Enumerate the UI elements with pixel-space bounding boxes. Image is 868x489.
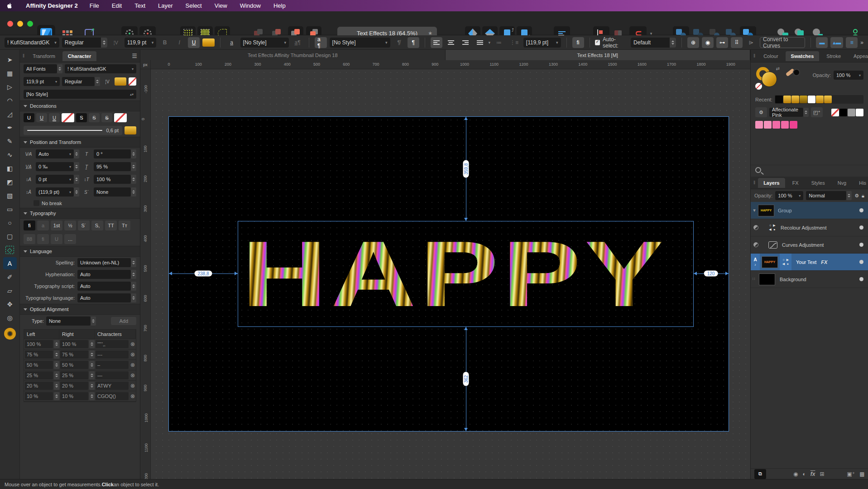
panel-grip[interactable]: ‖: [23, 53, 24, 58]
update-style-icon[interactable]: a̲¶: [292, 37, 303, 48]
pen-tool[interactable]: ✒: [3, 121, 17, 134]
position-field-stepper[interactable]: [74, 149, 79, 158]
tab-layers[interactable]: Layers: [758, 178, 785, 188]
measure-tool[interactable]: ▱: [3, 284, 17, 297]
character-style-select[interactable]: [No Style]▾: [240, 38, 289, 48]
show-special-characters-button[interactable]: ¶: [408, 37, 419, 48]
panel-grip[interactable]: ‖: [753, 53, 755, 58]
menu-file[interactable]: File: [90, 2, 99, 9]
layer-row-text[interactable]: A› HAPPY ○▶◀● Your Text FX: [751, 254, 868, 271]
palette-stepper[interactable]: [803, 108, 809, 117]
fx-badge[interactable]: FX: [821, 259, 827, 265]
optical-right-value[interactable]: 75 %: [60, 350, 88, 359]
tab-character[interactable]: Character: [62, 51, 96, 61]
ligatures-button[interactable]: fi: [572, 37, 584, 48]
node-tool[interactable]: ▷: [3, 81, 17, 93]
visibility-dot[interactable]: [859, 260, 863, 264]
layer-row-adjustment[interactable]: ○▶◀● Recolour Adjustment: [751, 219, 868, 236]
text-colour-swatch[interactable]: [202, 38, 215, 47]
auto-select-checkbox[interactable]: [595, 40, 600, 45]
position-field[interactable]: Auto▾: [36, 149, 74, 158]
recent-swatch[interactable]: [800, 96, 807, 103]
view-tool[interactable]: ✥: [3, 298, 17, 310]
typography-½-button[interactable]: ½: [64, 221, 76, 230]
optical-chars-value[interactable]: “”‘’‚,: [96, 340, 129, 348]
menu-layer[interactable]: Layer: [158, 2, 173, 9]
panel-font-weight-stepper[interactable]: [95, 77, 100, 86]
decoration-u-button[interactable]: U: [49, 113, 60, 122]
decoration-colour-swatch[interactable]: [125, 126, 136, 134]
tab-swatches[interactable]: Swatches: [786, 51, 820, 61]
rounded-rectangle-tool[interactable]: ▢: [3, 230, 17, 242]
align-right-button[interactable]: [460, 37, 471, 48]
document-page[interactable]: HAPPY: [169, 117, 729, 431]
align-horizontal-button[interactable]: ▬: [816, 37, 828, 48]
optical-chars-value[interactable]: ---: [96, 350, 129, 359]
none-well[interactable]: [755, 83, 762, 90]
fill-colour-swatch[interactable]: [115, 77, 126, 86]
swap-fill-stroke-icon[interactable]: ⇄: [776, 66, 780, 71]
layer-name[interactable]: Your Text: [796, 259, 816, 265]
optical-left-value[interactable]: 50 %: [25, 361, 53, 369]
align-center-button[interactable]: [445, 37, 457, 48]
text-object-selection[interactable]: HAPPY: [238, 221, 694, 327]
greyscale-swatch[interactable]: [831, 109, 839, 116]
edit-all-layers-button[interactable]: ⊶: [716, 37, 728, 48]
recent-swatch[interactable]: [791, 96, 799, 103]
justification-dropdown[interactable]: ▾: [489, 40, 491, 45]
vector-brush-tool[interactable]: ∿: [3, 149, 17, 161]
position-field2[interactable]: 0 °: [94, 149, 131, 158]
bullet-list-button[interactable]: ≔: [493, 37, 505, 48]
panel-font-weight-select[interactable]: Regular: [62, 77, 95, 86]
decoration-u-button[interactable]: U: [24, 113, 34, 122]
position-field2[interactable]: 95 %: [94, 162, 131, 171]
detach-style-icon[interactable]: ¶̸: [393, 37, 405, 48]
tab-his[interactable]: His: [854, 178, 868, 188]
menu-text[interactable]: Text: [134, 2, 145, 9]
typography-Tᴛ-button[interactable]: Tᴛ: [119, 221, 130, 230]
optical-delete-icon[interactable]: ⊗: [130, 383, 135, 389]
adjustment-visibility-icon[interactable]: [753, 242, 758, 247]
menu-view[interactable]: View: [215, 2, 227, 9]
visibility-dot[interactable]: [859, 243, 863, 247]
swatches-opacity-select[interactable]: 100 %▾: [834, 71, 863, 80]
ellipse-tool[interactable]: ○: [3, 216, 17, 229]
add-swatch-icon[interactable]: ◰⁺: [811, 107, 823, 117]
crop-tool[interactable]: ▧: [3, 189, 17, 201]
optical-right-stepper[interactable]: [89, 392, 95, 400]
layer-panel-mode-icon[interactable]: ⧉: [754, 469, 766, 479]
language-row-stepper[interactable]: [131, 270, 136, 279]
optical-right-value[interactable]: 25 %: [60, 371, 88, 379]
transparency-tool[interactable]: ◩: [3, 176, 17, 188]
typography-S,-button[interactable]: S,: [91, 221, 103, 230]
decoration-none-swatch[interactable]: [114, 113, 127, 122]
swatch-search-icon[interactable]: [755, 167, 761, 173]
layer-row-background[interactable]: ∷ Background: [751, 271, 868, 288]
font-size-select[interactable]: 119,9 pt▾: [125, 38, 156, 48]
tab-stroke[interactable]: Stroke: [821, 51, 846, 61]
language-row-stepper[interactable]: [131, 258, 136, 267]
picked-colour-well[interactable]: [793, 69, 800, 76]
font-collection-select[interactable]: All Fonts: [24, 64, 57, 73]
mesh-warp-icon[interactable]: ⊞: [820, 471, 824, 477]
layer-row-group[interactable]: ▾ HAPPY Group: [751, 202, 868, 219]
optical-right-value[interactable]: 20 %: [60, 382, 88, 390]
optical-alignment-header[interactable]: Optical Alignment: [20, 304, 140, 315]
move-tool[interactable]: ➤: [3, 53, 17, 66]
decoration-u-button[interactable]: U: [36, 113, 47, 122]
distribute-button[interactable]: ≡: [846, 37, 858, 48]
visibility-dot[interactable]: [859, 225, 863, 230]
typography-S˙-button[interactable]: S˙: [78, 221, 90, 230]
add-layer-icon[interactable]: ▣⁺: [847, 471, 855, 477]
kerning-icon[interactable]: ¦V: [110, 37, 122, 48]
transform-mode-button[interactable]: ⠿: [731, 37, 743, 48]
optical-left-value[interactable]: 75 %: [25, 350, 53, 359]
pencil-tool[interactable]: ✎: [3, 135, 17, 147]
optical-left-value[interactable]: 20 %: [25, 382, 53, 390]
expander-chevron-icon[interactable]: ▾: [751, 207, 758, 213]
corner-tool[interactable]: ◿: [3, 108, 17, 120]
layer-name[interactable]: Background: [780, 277, 806, 282]
fill-stroke-wells[interactable]: ⇄: [755, 66, 782, 91]
optical-left-value[interactable]: 10 %: [25, 392, 53, 400]
position-transform-header[interactable]: Position and Transform: [20, 137, 140, 148]
